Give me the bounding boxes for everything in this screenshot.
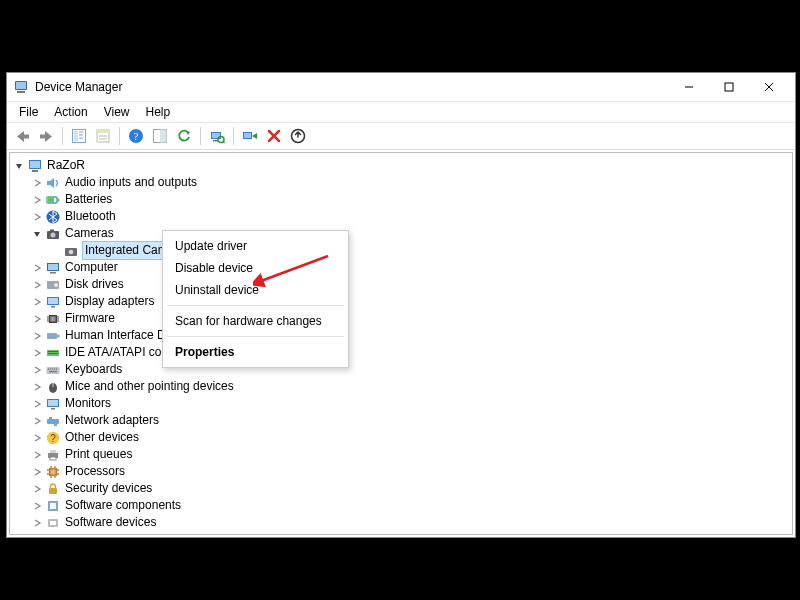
svg-rect-97 xyxy=(50,503,56,509)
chevron-right-icon[interactable] xyxy=(30,193,44,207)
category-firmware[interactable]: Firmware xyxy=(12,310,790,327)
chevron-right-icon[interactable] xyxy=(30,414,44,428)
chevron-right-icon[interactable] xyxy=(30,363,44,377)
help-button[interactable]: ? xyxy=(125,125,147,147)
svg-rect-95 xyxy=(49,488,57,494)
chevron-right-icon[interactable] xyxy=(30,533,44,536)
category-monitors[interactable]: Monitors xyxy=(12,395,790,412)
device-integrated-camera[interactable]: Integrated Camera xyxy=(12,242,790,259)
disable-device-button[interactable] xyxy=(263,125,285,147)
component-icon xyxy=(45,498,61,514)
svg-rect-41 xyxy=(50,229,54,231)
svg-rect-75 xyxy=(48,400,58,406)
properties-button[interactable] xyxy=(92,125,114,147)
chevron-right-icon[interactable] xyxy=(30,329,44,343)
svg-rect-34 xyxy=(32,170,38,172)
category-hid[interactable]: Human Interface Devi xyxy=(12,327,790,344)
ctx-scan-hardware[interactable]: Scan for hardware changes xyxy=(163,310,348,332)
chevron-right-icon[interactable] xyxy=(30,210,44,224)
tree-root-node[interactable]: RaZoR xyxy=(12,157,790,174)
category-other[interactable]: ? Other devices xyxy=(12,429,790,446)
action-pane-button[interactable] xyxy=(149,125,171,147)
ctx-disable-device[interactable]: Disable device xyxy=(163,257,348,279)
svg-rect-1 xyxy=(16,82,26,89)
chevron-right-icon[interactable] xyxy=(30,346,44,360)
chevron-down-icon[interactable] xyxy=(12,159,26,173)
chevron-right-icon[interactable] xyxy=(30,516,44,530)
show-tree-button[interactable] xyxy=(68,125,90,147)
svg-rect-64 xyxy=(48,353,58,354)
category-batteries[interactable]: Batteries xyxy=(12,191,790,208)
chevron-down-icon[interactable] xyxy=(30,227,44,241)
refresh-button[interactable] xyxy=(173,125,195,147)
forward-button[interactable] xyxy=(35,125,57,147)
category-cameras[interactable]: Cameras xyxy=(12,225,790,242)
ctx-update-driver[interactable]: Update driver xyxy=(163,235,348,257)
app-icon xyxy=(13,79,29,95)
close-button[interactable] xyxy=(749,73,789,101)
chevron-right-icon[interactable] xyxy=(30,261,44,275)
ctx-uninstall-device[interactable]: Uninstall device xyxy=(163,279,348,301)
category-software-components[interactable]: Software components xyxy=(12,497,790,514)
category-label: Firmware xyxy=(65,310,115,327)
category-label: Print queues xyxy=(65,446,132,463)
chevron-right-icon[interactable] xyxy=(30,431,44,445)
category-ide[interactable]: IDE ATA/ATAPI controll xyxy=(12,344,790,361)
device-tree: RaZoR Audio inputs and outputs Batteries… xyxy=(10,153,792,535)
category-label: Network adapters xyxy=(65,412,159,429)
device-tree-pane[interactable]: RaZoR Audio inputs and outputs Batteries… xyxy=(9,152,793,535)
maximize-button[interactable] xyxy=(709,73,749,101)
chevron-right-icon[interactable] xyxy=(30,465,44,479)
category-disk-drives[interactable]: Disk drives xyxy=(12,276,790,293)
category-sound[interactable]: Sound, video and game controllers xyxy=(12,531,790,535)
chevron-right-icon[interactable] xyxy=(30,448,44,462)
category-display-adapters[interactable]: Display adapters xyxy=(12,293,790,310)
menu-view[interactable]: View xyxy=(96,104,138,120)
svg-rect-4 xyxy=(725,83,733,91)
category-label: Monitors xyxy=(65,395,111,412)
menu-file[interactable]: File xyxy=(11,104,46,120)
category-bluetooth[interactable]: Bluetooth xyxy=(12,208,790,225)
menu-help[interactable]: Help xyxy=(138,104,179,120)
mouse-icon xyxy=(45,379,61,395)
enable-device-button[interactable] xyxy=(239,125,261,147)
software-device-icon xyxy=(45,515,61,531)
keyboard-icon xyxy=(45,362,61,378)
chevron-right-icon[interactable] xyxy=(30,380,44,394)
svg-rect-33 xyxy=(30,161,40,168)
menu-separator xyxy=(167,336,344,337)
cpu-icon xyxy=(45,464,61,480)
category-label: Processors xyxy=(65,463,125,480)
scan-hardware-button[interactable] xyxy=(206,125,228,147)
category-network[interactable]: Network adapters xyxy=(12,412,790,429)
minimize-button[interactable] xyxy=(669,73,709,101)
back-button[interactable] xyxy=(11,125,33,147)
menubar: File Action View Help xyxy=(7,102,795,123)
ctx-properties[interactable]: Properties xyxy=(163,341,348,363)
svg-rect-84 xyxy=(50,457,56,460)
category-mice[interactable]: Mice and other pointing devices xyxy=(12,378,790,395)
category-label: Mice and other pointing devices xyxy=(65,378,234,395)
chevron-right-icon[interactable] xyxy=(30,397,44,411)
category-software-devices[interactable]: Software devices xyxy=(12,514,790,531)
chevron-right-icon[interactable] xyxy=(30,176,44,190)
category-computer[interactable]: Computer xyxy=(12,259,790,276)
category-security[interactable]: Security devices xyxy=(12,480,790,497)
svg-rect-68 xyxy=(52,368,53,369)
category-audio[interactable]: Audio inputs and outputs xyxy=(12,174,790,191)
chevron-right-icon[interactable] xyxy=(30,312,44,326)
chevron-right-icon[interactable] xyxy=(30,499,44,513)
category-print-queues[interactable]: Print queues xyxy=(12,446,790,463)
category-label: Cameras xyxy=(65,225,114,242)
category-keyboards[interactable]: Keyboards xyxy=(12,361,790,378)
menu-action[interactable]: Action xyxy=(46,104,95,120)
monitor-icon xyxy=(45,396,61,412)
update-driver-button[interactable] xyxy=(287,125,309,147)
category-processors[interactable]: Processors xyxy=(12,463,790,480)
svg-rect-8 xyxy=(40,134,46,138)
chevron-right-icon[interactable] xyxy=(30,482,44,496)
svg-rect-53 xyxy=(51,316,56,321)
disk-icon xyxy=(45,277,61,293)
chevron-right-icon[interactable] xyxy=(30,295,44,309)
chevron-right-icon[interactable] xyxy=(30,278,44,292)
